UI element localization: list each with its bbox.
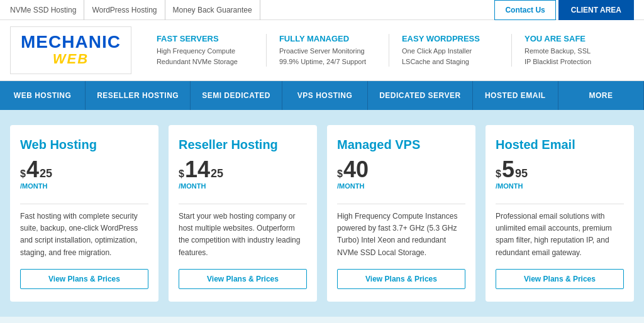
nav-semi-dedicated[interactable]: SEMI DEDICATED (191, 81, 282, 110)
card-divider-2 (337, 204, 465, 204)
card-reseller-hosting-desc: Start your web hosting company or host m… (179, 211, 307, 259)
card-web-hosting: Web Hosting $ 4 25 /MONTH Fast hosting w… (10, 125, 158, 302)
nav-dedicated-server[interactable]: DEDICATED SERVER (368, 81, 473, 110)
card-web-hosting-btn[interactable]: View Plans & Prices (20, 269, 148, 289)
card-hosted-email-price: $ 5 95 (496, 158, 528, 181)
nav-vps-hosting[interactable]: VPS HOSTING (282, 81, 368, 110)
card-divider-1 (179, 204, 307, 204)
top-bar: NVMe SSD Hosting WordPress Hosting Money… (0, 0, 644, 20)
client-area-button[interactable]: CLIENT AREA (558, 0, 634, 20)
card-hosted-email-desc: Professional email solutions with unlimi… (496, 211, 624, 259)
card-hosted-email-btn[interactable]: View Plans & Prices (496, 269, 624, 289)
card-reseller-hosting-btn[interactable]: View Plans & Prices (179, 269, 307, 289)
nav-web-hosting[interactable]: WEB HOSTING (0, 81, 86, 110)
card-web-hosting-title: Web Hosting (20, 138, 97, 152)
card-divider-3 (496, 204, 624, 204)
feature-easy-wordpress-text: One Click App InstallerLSCache and Stagi… (402, 46, 499, 67)
cards-grid: Web Hosting $ 4 25 /MONTH Fast hosting w… (10, 125, 634, 302)
card-managed-vps-desc: High Frequency Compute Instances powered… (337, 211, 465, 259)
logo-mechanic-text: MECHANIC (21, 33, 121, 51)
price-dollar-3: $ (496, 169, 501, 179)
logo-web-text: WEB (21, 51, 121, 67)
feature-you-are-safe-text: Remote Backup, SSLIP Blacklist Protectio… (525, 46, 621, 67)
card-reseller-hosting-title: Reseller Hosting (179, 138, 278, 152)
price-main-0: 4 (26, 158, 39, 181)
price-main-2: 40 (343, 158, 369, 181)
price-main-3: 5 (502, 158, 514, 181)
topbar-link-wordpress[interactable]: WordPress Hosting (84, 0, 165, 20)
feature-fully-managed: FULLY MANAGED Proactive Server Monitorin… (267, 34, 389, 67)
feature-easy-wordpress: EASY WORDPRESS One Click App InstallerLS… (389, 34, 512, 67)
card-managed-vps-price: $ 40 (337, 158, 369, 181)
feature-fast-servers-text: High Frequency ComputeRedundant NVMe Sto… (157, 46, 253, 67)
feature-you-are-safe: YOU ARE SAFE Remote Backup, SSLIP Blackl… (512, 34, 634, 67)
feature-fully-managed-title: FULLY MANAGED (279, 34, 376, 43)
price-cents-3: 95 (515, 168, 528, 179)
contact-us-button[interactable]: Contact Us (494, 0, 555, 20)
feature-fast-servers-title: FAST SERVERS (157, 34, 253, 43)
card-managed-vps-btn[interactable]: View Plans & Prices (337, 269, 465, 289)
nav-more[interactable]: MORE (558, 81, 644, 110)
top-bar-links: NVMe SSD Hosting WordPress Hosting Money… (10, 0, 260, 20)
nav-hosted-email[interactable]: HOSTED EMAIL (473, 81, 558, 110)
card-managed-vps-title: Managed VPS (337, 138, 420, 152)
feature-you-are-safe-title: YOU ARE SAFE (525, 34, 621, 43)
card-web-hosting-desc: Fast hosting with complete security suit… (20, 211, 148, 259)
price-period-2: /MONTH (337, 182, 364, 190)
card-reseller-hosting: Reseller Hosting $ 14 25 /MONTH Start yo… (169, 125, 317, 302)
price-dollar-1: $ (179, 169, 184, 179)
price-dollar-0: $ (20, 169, 26, 179)
card-managed-vps: Managed VPS $ 40 /MONTH High Frequency C… (327, 125, 475, 302)
top-bar-right: Contact Us CLIENT AREA (494, 0, 634, 20)
card-hosted-email-title: Hosted Email (496, 138, 575, 152)
price-cents-1: 25 (211, 168, 223, 179)
card-hosted-email: Hosted Email $ 5 95 /MONTH Professional … (486, 125, 634, 302)
price-period-0: /MONTH (20, 182, 47, 190)
card-reseller-hosting-price: $ 14 25 (179, 158, 223, 181)
cards-section: Web Hosting $ 4 25 /MONTH Fast hosting w… (0, 110, 644, 317)
topbar-link-money[interactable]: Money Back Guarantee (165, 0, 260, 20)
logo[interactable]: MECHANIC WEB (10, 26, 131, 74)
price-cents-0: 25 (40, 168, 52, 179)
header-features: FAST SERVERS High Frequency ComputeRedun… (144, 34, 634, 67)
feature-fast-servers: FAST SERVERS High Frequency ComputeRedun… (144, 34, 267, 67)
topbar-link-nvme[interactable]: NVMe SSD Hosting (10, 0, 84, 20)
nav-reseller-hosting[interactable]: RESELLER HOSTING (86, 81, 191, 110)
feature-easy-wordpress-title: EASY WORDPRESS (402, 34, 499, 43)
feature-fully-managed-text: Proactive Server Monitoring99.9% Uptime,… (279, 46, 376, 67)
price-dollar-2: $ (337, 169, 343, 179)
price-period-1: /MONTH (179, 182, 206, 190)
card-divider-0 (20, 204, 148, 204)
header: MECHANIC WEB FAST SERVERS High Frequency… (0, 20, 644, 81)
card-web-hosting-price: $ 4 25 (20, 158, 52, 181)
main-nav: WEB HOSTING RESELLER HOSTING SEMI DEDICA… (0, 81, 644, 110)
price-main-1: 14 (185, 158, 210, 181)
price-period-3: /MONTH (496, 182, 523, 190)
